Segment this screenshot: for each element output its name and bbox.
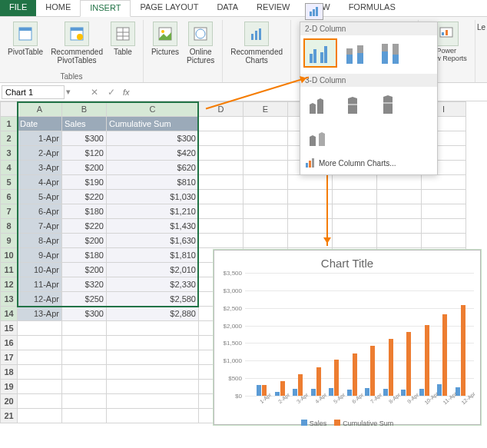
cell[interactable] bbox=[199, 117, 244, 131]
3d-clustered-column-option[interactable] bbox=[303, 90, 337, 119]
cell[interactable]: $2,580 bbox=[107, 292, 199, 307]
cell[interactable] bbox=[288, 190, 333, 204]
row-header[interactable]: 15 bbox=[1, 321, 18, 336]
cell[interactable]: $200 bbox=[62, 161, 107, 175]
cell[interactable]: $1,430 bbox=[107, 219, 199, 234]
column-header[interactable]: A bbox=[18, 102, 62, 117]
row-header[interactable]: 13 bbox=[1, 292, 18, 307]
cell[interactable] bbox=[107, 365, 199, 380]
cell[interactable] bbox=[18, 409, 62, 423]
cell[interactable] bbox=[244, 161, 288, 175]
cell[interactable] bbox=[377, 175, 422, 190]
cell[interactable]: $420 bbox=[107, 146, 199, 161]
cell[interactable]: 12-Apr bbox=[18, 292, 62, 307]
tab-data[interactable]: DATA bbox=[207, 0, 247, 16]
tab-file[interactable]: FILE bbox=[0, 0, 36, 16]
cell[interactable]: 9-Apr bbox=[18, 248, 62, 263]
cell[interactable] bbox=[107, 336, 199, 350]
pictures-button[interactable]: Pictures bbox=[148, 20, 182, 66]
cell[interactable] bbox=[18, 321, 62, 336]
column-header[interactable]: B bbox=[62, 102, 107, 117]
tab-insert[interactable]: INSERT bbox=[80, 0, 131, 17]
cell[interactable] bbox=[422, 175, 466, 190]
cell[interactable] bbox=[199, 131, 244, 146]
cell[interactable]: $620 bbox=[107, 161, 199, 175]
more-column-charts-link[interactable]: More Column Charts... bbox=[303, 154, 434, 171]
cell[interactable]: $190 bbox=[62, 175, 107, 190]
cell[interactable]: 7-Apr bbox=[18, 219, 62, 234]
tab-review[interactable]: REVIEW bbox=[247, 0, 299, 16]
row-header[interactable]: 9 bbox=[1, 234, 18, 248]
cell[interactable] bbox=[199, 146, 244, 161]
cell[interactable] bbox=[288, 204, 333, 219]
row-header[interactable]: 14 bbox=[1, 307, 18, 321]
cell[interactable] bbox=[333, 204, 377, 219]
clustered-column-option[interactable] bbox=[303, 38, 337, 68]
cell[interactable]: $220 bbox=[62, 219, 107, 234]
cell[interactable]: Date bbox=[18, 117, 62, 131]
cell[interactable] bbox=[244, 175, 288, 190]
cell[interactable]: $200 bbox=[62, 234, 107, 248]
row-header[interactable]: 6 bbox=[1, 190, 18, 204]
cell[interactable] bbox=[18, 380, 62, 394]
cell[interactable]: $300 bbox=[62, 131, 107, 146]
cell[interactable] bbox=[422, 219, 466, 234]
pivottable-button[interactable]: PivotTable bbox=[5, 20, 46, 66]
cell[interactable] bbox=[107, 394, 199, 409]
table-button[interactable]: Table bbox=[108, 20, 138, 66]
cell[interactable] bbox=[333, 234, 377, 248]
online-pictures-button[interactable]: Online Pictures bbox=[184, 20, 217, 66]
cell[interactable] bbox=[107, 380, 199, 394]
recommended-pivottables-button[interactable]: Recommended PivotTables bbox=[48, 20, 106, 66]
cell[interactable]: $320 bbox=[62, 277, 107, 292]
row-header[interactable]: 18 bbox=[1, 365, 18, 380]
cell[interactable] bbox=[244, 146, 288, 161]
chart-legend[interactable]: Sales Cumulative Sum bbox=[214, 420, 480, 427]
enter-icon[interactable]: ✓ bbox=[104, 85, 118, 99]
row-header[interactable]: 1 bbox=[1, 117, 18, 131]
row-header[interactable]: 3 bbox=[1, 146, 18, 161]
cell[interactable] bbox=[62, 350, 107, 365]
tab-page-layout[interactable]: PAGE LAYOUT bbox=[131, 0, 207, 16]
cell[interactable]: $1,210 bbox=[107, 204, 199, 219]
cell[interactable] bbox=[18, 350, 62, 365]
cell[interactable]: $180 bbox=[62, 248, 107, 263]
cell[interactable]: 11-Apr bbox=[18, 277, 62, 292]
row-header[interactable]: 5 bbox=[1, 175, 18, 190]
cell[interactable]: 10-Apr bbox=[18, 263, 62, 277]
cell[interactable]: $1,030 bbox=[107, 190, 199, 204]
cell[interactable] bbox=[377, 219, 422, 234]
column-header[interactable]: C bbox=[107, 102, 199, 117]
cell[interactable] bbox=[18, 394, 62, 409]
row-header[interactable]: 10 bbox=[1, 248, 18, 263]
cell[interactable] bbox=[107, 409, 199, 423]
cell[interactable] bbox=[62, 409, 107, 423]
row-header[interactable]: 4 bbox=[1, 161, 18, 175]
cell[interactable] bbox=[199, 204, 244, 219]
cell[interactable] bbox=[288, 219, 333, 234]
cell[interactable]: $200 bbox=[62, 263, 107, 277]
cell[interactable] bbox=[377, 190, 422, 204]
cell[interactable] bbox=[377, 234, 422, 248]
cell[interactable] bbox=[244, 219, 288, 234]
namebox-dropdown-icon[interactable]: ▾ bbox=[66, 87, 71, 97]
cell[interactable] bbox=[333, 175, 377, 190]
cell[interactable] bbox=[107, 350, 199, 365]
cell[interactable]: $120 bbox=[62, 146, 107, 161]
tab-home[interactable]: HOME bbox=[36, 0, 80, 16]
cell[interactable]: 13-Apr bbox=[18, 307, 62, 321]
cell[interactable] bbox=[244, 234, 288, 248]
cell[interactable] bbox=[422, 190, 466, 204]
cell[interactable]: 8-Apr bbox=[18, 234, 62, 248]
cell[interactable] bbox=[244, 204, 288, 219]
cell[interactable] bbox=[377, 204, 422, 219]
cell[interactable] bbox=[333, 219, 377, 234]
row-header[interactable]: 7 bbox=[1, 204, 18, 219]
cell[interactable]: 3-Apr bbox=[18, 161, 62, 175]
cell[interactable]: $2,880 bbox=[107, 307, 199, 321]
cell[interactable] bbox=[288, 175, 333, 190]
chart-title[interactable]: Chart Title bbox=[214, 251, 480, 273]
cell[interactable] bbox=[62, 321, 107, 336]
chart-plot-area[interactable]: $0$500$1,000$1,500$2,000$2,500$3,000$3,5… bbox=[245, 273, 474, 396]
row-header[interactable]: 19 bbox=[1, 380, 18, 394]
